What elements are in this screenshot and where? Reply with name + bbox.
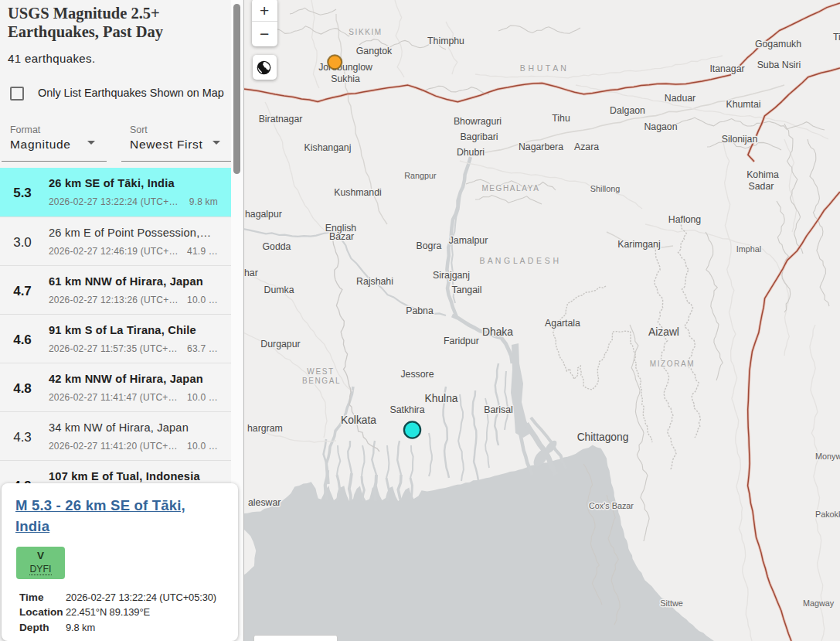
svg-text:Pabna: Pabna <box>406 305 434 316</box>
svg-text:Khumtai: Khumtai <box>726 99 760 110</box>
svg-text:Nagaon: Nagaon <box>644 121 677 132</box>
svg-text:Pakokk: Pakokk <box>815 510 840 519</box>
svg-text:Agartala: Agartala <box>545 318 580 329</box>
svg-text:Dhaka: Dhaka <box>482 326 513 338</box>
svg-text:Azara: Azara <box>574 141 599 152</box>
svg-text:Imphal: Imphal <box>736 244 761 254</box>
svg-text:B H U T A N: B H U T A N <box>520 63 567 73</box>
svg-text:Naduar: Naduar <box>665 93 695 104</box>
svg-text:Bazar: Bazar <box>329 231 354 242</box>
svg-text:Barisal: Barisal <box>484 404 513 415</box>
svg-text:Tin: Tin <box>833 32 840 43</box>
svg-text:Sukhia: Sukhia <box>331 73 360 84</box>
svg-text:Jessore: Jessore <box>400 369 434 380</box>
svg-text:Haflong: Haflong <box>668 214 702 225</box>
svg-text:Thimphu: Thimphu <box>427 36 464 46</box>
svg-text:Khulna: Khulna <box>425 393 458 404</box>
svg-text:WEST: WEST <box>307 367 334 376</box>
svg-text:Godda: Godda <box>263 241 291 252</box>
svg-text:Shillong: Shillong <box>590 184 620 193</box>
svg-text:Satkhira: Satkhira <box>389 404 424 415</box>
svg-text:Sadar: Sadar <box>749 181 774 192</box>
svg-text:SIKKIM: SIKKIM <box>349 28 383 36</box>
svg-text:Kushmandi: Kushmandi <box>334 187 382 198</box>
svg-text:Rajshahi: Rajshahi <box>356 276 393 287</box>
svg-text:Chittagong: Chittagong <box>577 431 629 443</box>
svg-text:Tihu: Tihu <box>552 113 570 124</box>
svg-text:Aizawl: Aizawl <box>648 326 679 338</box>
svg-text:Suba Nsiri: Suba Nsiri <box>757 60 801 70</box>
svg-text:Sirajganj: Sirajganj <box>433 270 470 281</box>
svg-text:Kishanganj: Kishanganj <box>304 142 352 153</box>
svg-text:Durgapur: Durgapur <box>260 339 300 349</box>
svg-text:Dhubri: Dhubri <box>457 147 485 158</box>
svg-text:Jamalpur: Jamalpur <box>449 235 488 246</box>
svg-text:hagalpur: hagalpur <box>245 209 282 220</box>
svg-text:Bogra: Bogra <box>417 240 442 251</box>
svg-text:BENGAL: BENGAL <box>302 377 341 385</box>
svg-text:MIZORAM: MIZORAM <box>650 360 695 368</box>
svg-text:B A N G L A D E S H: B A N G L A D E S H <box>480 256 559 265</box>
svg-text:Karimganj: Karimganj <box>617 239 660 250</box>
svg-text:Rangpur: Rangpur <box>404 171 437 180</box>
svg-text:Gogamukh: Gogamukh <box>755 39 801 49</box>
svg-text:Itanagar: Itanagar <box>709 63 744 74</box>
svg-text:hargram: hargram <box>247 423 283 434</box>
svg-text:Tangail: Tangail <box>452 285 482 295</box>
svg-text:aleswar: aleswar <box>248 497 281 508</box>
svg-text:Cox's Bazar: Cox's Bazar <box>589 501 634 510</box>
svg-text:Faridpur: Faridpur <box>444 336 479 346</box>
svg-text:Dumka: Dumka <box>264 285 294 295</box>
svg-text:Kolkata: Kolkata <box>341 414 376 426</box>
svg-text:Biratnagar: Biratnagar <box>259 114 303 124</box>
svg-text:Kohima: Kohima <box>746 169 779 180</box>
svg-text:Nagarbera: Nagarbera <box>519 141 563 152</box>
svg-text:Bhowraguri: Bhowraguri <box>454 116 502 127</box>
svg-text:Monyw: Monyw <box>815 452 840 461</box>
svg-text:Sittwe: Sittwe <box>660 598 682 608</box>
svg-text:Jorebunglow: Jorebunglow <box>318 62 372 73</box>
svg-text:Magway: Magway <box>803 598 835 608</box>
svg-text:Dalgaon: Dalgaon <box>610 105 645 116</box>
svg-text:har: har <box>244 268 258 278</box>
svg-text:Gangtok: Gangtok <box>356 46 393 56</box>
svg-text:Bagribari: Bagribari <box>460 131 498 142</box>
svg-text:MEGHALAYA: MEGHALAYA <box>481 184 539 193</box>
svg-text:Silonijan: Silonijan <box>722 134 758 145</box>
